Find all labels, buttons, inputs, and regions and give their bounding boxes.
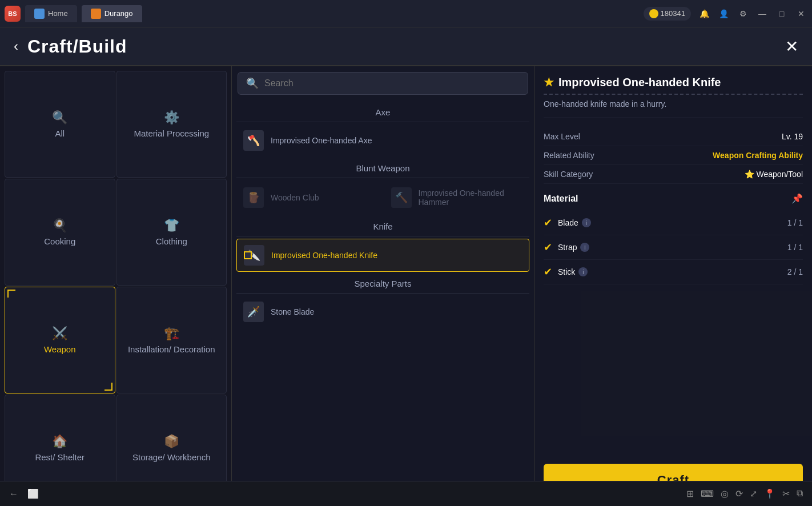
list-item[interactable]: 🔨Improvised One-handed Hammer [384, 182, 530, 214]
all-icon: 🔍 [52, 110, 67, 125]
installation-decoration-icon: 🏗️ [164, 326, 179, 341]
check-icon: ✔ [544, 266, 552, 278]
info-icon[interactable]: i [582, 218, 591, 227]
max-level-row: Max Level Lv. 19 [544, 127, 803, 146]
expand-icon[interactable]: ⤢ [750, 488, 757, 499]
minimize-btn[interactable]: — [756, 7, 769, 20]
list-item[interactable]: 🪓Improvised One-handed Axe [236, 125, 529, 156]
material-name: Strap i [558, 243, 787, 252]
coin-balance: 180341 [661, 9, 685, 18]
list-item[interactable]: 🔪Improvised One-handed Knife [236, 239, 529, 272]
weapon-label: Weapon [44, 344, 76, 354]
item-icon: 🔪 [244, 245, 264, 266]
materials-list: ✔ Blade i 1 / 1 ✔ Strap i 1 / 1 ✔ Stick … [544, 211, 803, 284]
item-name: Improvised One-handed Axe [271, 136, 372, 145]
detail-title: ★ Improvised One-handed Knife [544, 75, 803, 95]
material-processing-icon: ⚙️ [164, 110, 179, 125]
storage-workbench-icon: 📦 [164, 434, 179, 449]
header: ‹ Craft/Build ✕ [0, 27, 812, 66]
title-bar-left: BS Home Durango [5, 5, 142, 22]
page-title: Craft/Build [27, 36, 127, 57]
sidebar-item-material-processing[interactable]: ⚙️Material Processing [116, 71, 227, 178]
keyboard-icon[interactable]: ⌨ [701, 488, 714, 499]
item-name: Improvised One-handed Hammer [419, 188, 523, 207]
item-name: Wooden Club [271, 193, 319, 202]
material-name: Stick i [558, 267, 787, 276]
search-icon: 🔍 [246, 77, 259, 90]
section-header-blunt-weapon: Blunt Weapon [236, 159, 529, 178]
list-item[interactable]: 🗡️Stone Blade [236, 296, 529, 328]
rotate-icon[interactable]: ⟳ [735, 488, 743, 499]
item-icon: 🔨 [391, 187, 412, 208]
material-item: ✔ Strap i 1 / 1 [544, 235, 803, 260]
star-icon: ★ [544, 75, 554, 89]
title-bar: BS Home Durango 180341 🔔 👤 ⚙ — □ ✕ [0, 0, 812, 27]
home-tab-icon [34, 9, 45, 19]
back-nav-icon[interactable]: ← [9, 489, 18, 499]
category-panel: 🔍All⚙️Material Processing🍳Cooking👕Clothi… [0, 66, 232, 506]
title-bar-right: 180341 🔔 👤 ⚙ — □ ✕ [644, 7, 807, 21]
section-header-knife: Knife [236, 217, 529, 236]
max-level-value: Lv. 19 [782, 132, 803, 141]
section-header-axe: Axe [236, 103, 529, 122]
close-button[interactable]: ✕ [785, 37, 798, 56]
sidebar-item-clothing[interactable]: 👕Clothing [116, 179, 227, 286]
cooking-label: Cooking [44, 236, 75, 246]
tab-game-label: Durango [104, 9, 133, 18]
material-name: Blade i [558, 218, 787, 227]
bluestacks-logo: BS [5, 6, 21, 22]
bottom-right-icons: ⊞ ⌨ ◎ ⟳ ⤢ 📍 ✂ ⧉ [686, 488, 803, 499]
detail-stats: Max Level Lv. 19 Related Ability Weapon … [544, 127, 803, 184]
pin-icon[interactable]: 📌 [791, 193, 803, 204]
item-name: Improvised One-handed Knife [271, 251, 377, 260]
skill-category-label: Skill Category [544, 170, 624, 179]
item-icon: 🪵 [243, 187, 264, 208]
weapon-icon: ⚔️ [52, 326, 67, 341]
detail-description: One-handed knife made in a hurry. [544, 99, 803, 118]
sidebar-item-cooking[interactable]: 🍳Cooking [5, 179, 115, 286]
back-button[interactable]: ‹ [14, 38, 18, 54]
maximize-btn[interactable]: □ [775, 7, 788, 20]
home-nav-icon[interactable]: ⬜ [27, 488, 39, 499]
sidebar-item-installation-decoration[interactable]: 🏗️Installation/ Decoration [116, 287, 227, 393]
scissors-icon[interactable]: ✂ [782, 488, 790, 499]
max-level-label: Max Level [544, 132, 624, 141]
related-ability-row: Related Ability Weapon Crafting Ability [544, 146, 803, 165]
location-icon[interactable]: 📍 [764, 488, 775, 499]
list-item[interactable]: 🪵Wooden Club [236, 182, 382, 214]
check-icon: ✔ [544, 216, 552, 229]
info-icon[interactable]: i [580, 243, 589, 252]
bottom-bar: ← ⬜ ⊞ ⌨ ◎ ⟳ ⤢ 📍 ✂ ⧉ [0, 481, 812, 506]
item-icon: 🗡️ [243, 302, 264, 322]
sidebar-item-all[interactable]: 🔍All [5, 71, 115, 178]
game-tab-icon [91, 9, 101, 19]
cooking-icon: 🍳 [52, 218, 67, 233]
material-processing-label: Material Processing [134, 128, 209, 138]
fullscreen-icon[interactable]: ⊞ [686, 488, 694, 499]
search-input[interactable] [264, 78, 520, 89]
material-count: 1 / 1 [787, 243, 803, 252]
item-name: Stone Blade [271, 307, 314, 316]
skill-category-value: ⭐ Weapon/Tool [745, 170, 803, 179]
material-item: ✔ Blade i 1 / 1 [544, 211, 803, 235]
notification-btn[interactable]: 🔔 [698, 7, 710, 20]
tab-home-label: Home [48, 9, 68, 18]
tab-home[interactable]: Home [25, 5, 77, 22]
material-item: ✔ Stick i 2 / 1 [544, 260, 803, 284]
window-close-btn[interactable]: ✕ [795, 7, 807, 20]
tab-game[interactable]: Durango [82, 5, 142, 22]
info-icon[interactable]: i [578, 267, 588, 276]
coin-display: 180341 [644, 7, 691, 21]
list-item-wrapper: 🪓Improvised One-handed Axe [236, 125, 529, 156]
skill-category-row: Skill Category ⭐ Weapon/Tool [544, 165, 803, 184]
settings-btn[interactable]: ⚙ [737, 7, 749, 20]
copy-icon[interactable]: ⧉ [797, 488, 803, 499]
all-label: All [55, 128, 65, 138]
account-btn[interactable]: 👤 [717, 7, 730, 20]
coin-icon [649, 9, 658, 18]
sidebar-item-weapon[interactable]: ⚔️Weapon [5, 287, 115, 393]
item-list: Axe🪓Improvised One-handed AxeBlunt Weapo… [232, 101, 534, 506]
target-icon[interactable]: ◎ [721, 488, 729, 499]
material-header: Material 📌 [544, 193, 803, 204]
detail-panel: ★ Improvised One-handed Knife One-handed… [534, 66, 812, 506]
